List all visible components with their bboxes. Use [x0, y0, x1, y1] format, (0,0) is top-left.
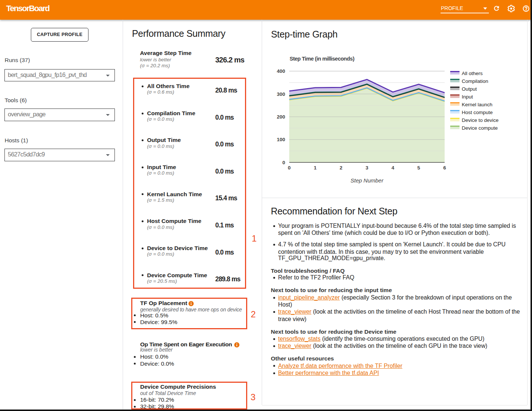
- svg-text:200: 200: [277, 114, 285, 120]
- svg-text:Device to device: Device to device: [462, 117, 499, 123]
- svg-text:100: 100: [277, 137, 285, 142]
- svg-text:0: 0: [282, 160, 285, 165]
- svg-text:Input: Input: [462, 94, 473, 100]
- svg-text:2: 2: [340, 165, 343, 171]
- svg-text:All others: All others: [462, 71, 483, 76]
- svg-text:300: 300: [277, 91, 285, 97]
- svg-text:Host compute: Host compute: [462, 110, 493, 115]
- svg-text:Step Time (in milliseconds): Step Time (in milliseconds): [290, 56, 355, 62]
- svg-text:Compilation: Compilation: [462, 78, 488, 84]
- svg-text:400: 400: [277, 68, 285, 74]
- svg-text:Step Number: Step Number: [351, 177, 384, 184]
- svg-text:Device compute: Device compute: [462, 125, 498, 131]
- svg-text:Output: Output: [462, 86, 477, 92]
- svg-text:1: 1: [314, 165, 317, 171]
- svg-text:6: 6: [443, 165, 446, 171]
- svg-text:5: 5: [417, 165, 420, 171]
- svg-text:3: 3: [365, 165, 368, 171]
- svg-text:0: 0: [288, 165, 291, 171]
- svg-text:4: 4: [391, 165, 394, 171]
- svg-text:Kernel launch: Kernel launch: [462, 102, 493, 107]
